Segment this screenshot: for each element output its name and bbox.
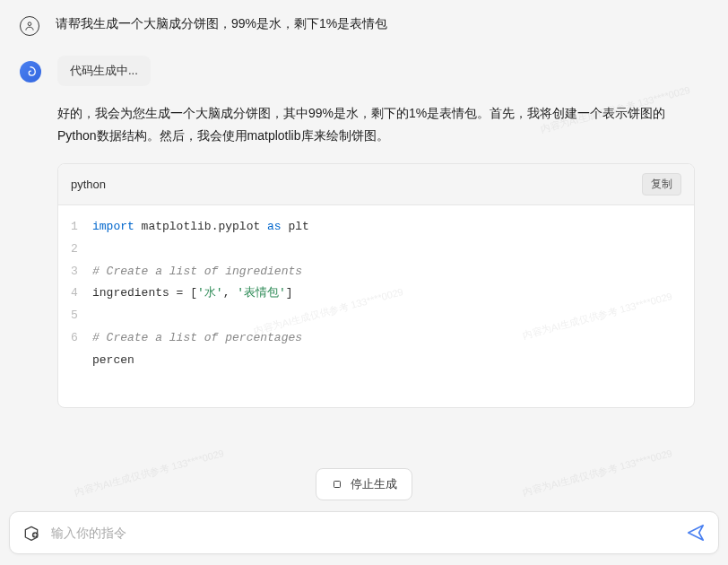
line-number: 4 xyxy=(71,282,92,305)
line-content xyxy=(92,305,681,327)
line-number: 6 xyxy=(71,327,92,350)
code-line: percen xyxy=(71,350,681,372)
assistant-response-text: 好的，我会为您生成一个大脑成分饼图，其中99%是水，剩下的1%是表情包。首先，我… xyxy=(57,102,708,147)
assistant-avatar xyxy=(20,61,41,83)
svg-point-0 xyxy=(28,22,31,26)
code-line: 5 xyxy=(71,305,681,327)
user-message-text: 请帮我生成一个大脑成分饼图，99%是水，剩下1%是表情包 xyxy=(56,14,387,33)
code-line: 6# Create a list of percentages xyxy=(71,327,681,350)
stop-button-wrap: 停止生成 xyxy=(0,468,728,500)
line-content: import matplotlib.pyplot as plt xyxy=(92,216,681,239)
attach-icon xyxy=(22,524,40,542)
assistant-message-row: 代码生成中... 好的，我会为您生成一个大脑成分饼图，其中99%是水，剩下的1%… xyxy=(0,45,728,408)
line-content xyxy=(92,239,681,261)
stop-button-label: 停止生成 xyxy=(351,476,397,492)
stop-icon xyxy=(331,478,343,491)
line-number: 5 xyxy=(71,305,92,327)
line-number: 1 xyxy=(71,216,92,239)
code-body: 1import matplotlib.pyplot as plt23# Crea… xyxy=(58,205,694,407)
stop-generation-button[interactable]: 停止生成 xyxy=(316,468,412,500)
swirl-icon xyxy=(24,65,37,78)
user-message-row: 请帮我生成一个大脑成分饼图，99%是水，剩下1%是表情包 xyxy=(0,0,728,45)
code-line: 1import matplotlib.pyplot as plt xyxy=(71,216,681,239)
line-content: # Create a list of ingredients xyxy=(92,261,681,283)
svg-rect-1 xyxy=(334,482,341,488)
code-line: 4ingredients = ['水', '表情包'] xyxy=(71,282,681,305)
send-icon xyxy=(686,523,706,543)
line-content: # Create a list of percentages xyxy=(92,327,681,350)
user-avatar xyxy=(20,16,39,36)
copy-code-button[interactable]: 复制 xyxy=(642,173,681,196)
line-number: 2 xyxy=(71,239,92,261)
assistant-content: 代码生成中... 好的，我会为您生成一个大脑成分饼图，其中99%是水，剩下的1%… xyxy=(57,56,708,408)
code-language-label: python xyxy=(71,178,106,191)
line-content: percen xyxy=(92,350,681,372)
code-line: 3# Create a list of ingredients xyxy=(71,261,681,283)
command-input[interactable] xyxy=(51,526,675,540)
code-header: python 复制 xyxy=(58,164,694,205)
line-number xyxy=(71,350,92,372)
line-content: ingredients = ['水', '表情包'] xyxy=(92,282,681,305)
line-number: 3 xyxy=(71,261,92,283)
generation-status-chip: 代码生成中... xyxy=(57,56,151,86)
send-button[interactable] xyxy=(686,523,706,543)
input-bar xyxy=(9,511,719,554)
code-block: python 复制 1import matplotlib.pyplot as p… xyxy=(57,163,695,408)
user-icon xyxy=(23,20,36,32)
attach-button[interactable] xyxy=(22,524,40,542)
code-line: 2 xyxy=(71,239,681,261)
